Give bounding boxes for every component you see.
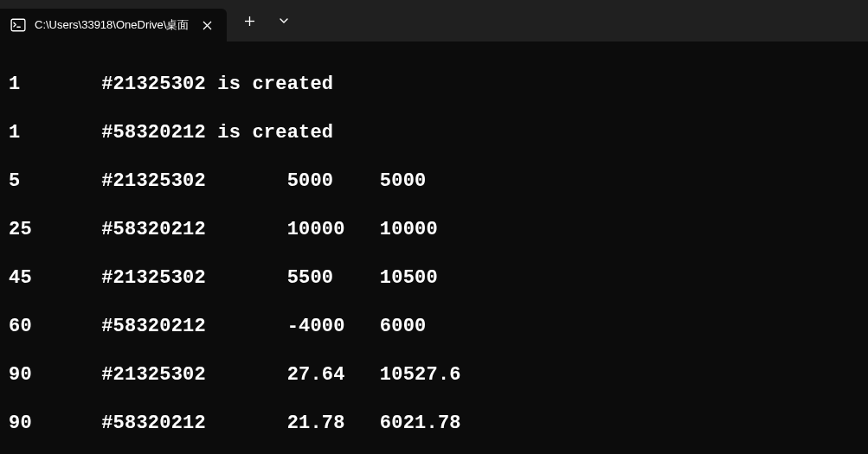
output-line: 90 #21325302 27.64 10527.6	[9, 363, 859, 387]
output-line: 1 #21325302 is created	[9, 73, 859, 97]
output-line: 5 #21325302 5000 5000	[9, 169, 859, 194]
output-line: 25 #58320212 10000 10000	[9, 218, 859, 242]
new-tab-button[interactable]	[232, 0, 267, 42]
output-line: 90 #58320212 21.78 6021.78	[9, 412, 859, 436]
terminal-icon	[10, 17, 26, 33]
tab-title: C:\Users\33918\OneDrive\桌面	[35, 17, 189, 33]
tab-active[interactable]: C:\Users\33918\OneDrive\桌面	[0, 9, 227, 42]
terminal-output: 1 #21325302 is created 1 #58320212 is cr…	[0, 42, 868, 454]
titlebar: C:\Users\33918\OneDrive\桌面	[0, 0, 868, 42]
output-line: 60 #58320212 -4000 6000	[9, 315, 859, 339]
output-line: 45 #21325302 5500 10500	[9, 266, 859, 291]
svg-rect-0	[11, 19, 25, 31]
tab-dropdown-button[interactable]	[267, 0, 301, 42]
output-line: 1 #58320212 is created	[9, 121, 859, 145]
titlebar-actions	[232, 0, 301, 42]
tab-close-button[interactable]	[197, 16, 216, 35]
